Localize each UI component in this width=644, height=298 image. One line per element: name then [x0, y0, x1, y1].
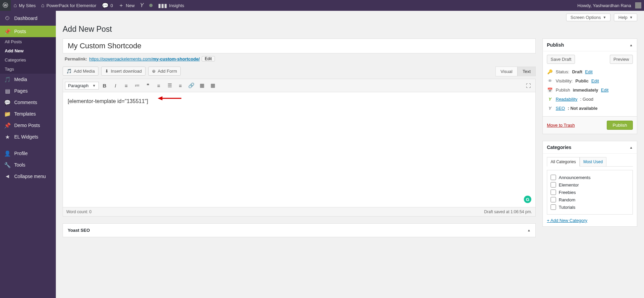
permalink-link[interactable]: https://powerpackelements.com/my-custom-… — [89, 56, 200, 61]
label: Visibility: — [556, 78, 573, 83]
insights[interactable]: ▮▮▮Insights — [155, 0, 187, 11]
yoast-indicator[interactable]: Y — [137, 0, 147, 11]
new-content[interactable]: ＋New — [116, 0, 137, 11]
category-checkbox[interactable] — [551, 197, 556, 202]
media-buttons-row: 🎵Add Media ⬇Insert download ⊕Add Form Vi… — [63, 66, 536, 76]
label: Media — [14, 77, 27, 82]
download-icon: ⬇ — [105, 69, 109, 74]
value: : Good — [580, 97, 593, 102]
yoast-icon: Y — [547, 97, 553, 102]
category-list: Announcements Elementor Freebies Random … — [547, 170, 633, 215]
category-checkbox[interactable] — [551, 190, 556, 195]
categories-header[interactable]: Categories▲ — [543, 141, 637, 154]
site-name[interactable]: ⌂PowerPack for Elementor — [39, 0, 99, 11]
category-item[interactable]: Tutorials — [551, 203, 629, 211]
menu-templates[interactable]: 📁Templates — [0, 108, 56, 120]
schedule-row: 📅Publish immediately Edit — [547, 85, 633, 95]
yoast-header[interactable]: Yoast SEO ▲ — [63, 224, 535, 237]
word-count: Word count: 0 — [66, 209, 92, 214]
dashboard-icon: ⏲ — [4, 15, 11, 21]
edit-schedule-link[interactable]: Edit — [601, 88, 608, 93]
seo-link[interactable]: SEO — [556, 106, 565, 111]
add-media-button[interactable]: 🎵Add Media — [63, 67, 98, 76]
fullscreen-button[interactable]: ⛶ — [523, 80, 533, 91]
label: Demo Posts — [14, 123, 40, 128]
post-title-input[interactable] — [63, 39, 535, 53]
edit-visibility-link[interactable]: Edit — [591, 78, 599, 83]
category-checkbox[interactable] — [551, 175, 556, 180]
new-label: New — [126, 3, 135, 8]
bullet-list-button[interactable]: ≡ — [121, 80, 131, 91]
sub-categories[interactable]: Categories — [0, 55, 56, 65]
number-list-button[interactable]: ≔ — [132, 80, 142, 91]
comments-count: 0 — [111, 3, 113, 8]
key-icon: 🔑 — [547, 69, 553, 74]
permalink-slug: my-custom-shortcode/ — [152, 56, 200, 61]
status-dot[interactable] — [147, 0, 155, 11]
eye-icon: 👁 — [547, 78, 553, 83]
menu-demo-posts[interactable]: 📌Demo Posts — [0, 120, 56, 131]
edit-slug-button[interactable]: Edit — [202, 56, 215, 61]
publish-header[interactable]: Publish▲ — [543, 39, 637, 51]
editor-content[interactable]: [elementor-template id="135511"] G — [63, 92, 535, 207]
readmore-button[interactable]: ▦ — [197, 80, 207, 91]
menu-comments[interactable]: 💬Comments — [0, 97, 56, 108]
format-select[interactable]: Paragraph▼ — [65, 82, 99, 90]
permalink-row: Permalink: https://powerpackelements.com… — [63, 55, 536, 66]
menu-dashboard[interactable]: ⏲Dashboard — [0, 11, 56, 26]
wordpress-icon: ⓦ — [3, 2, 8, 9]
tab-all-categories[interactable]: All Categories — [547, 157, 580, 167]
insert-download-button[interactable]: ⬇Insert download — [101, 67, 146, 76]
align-center-button[interactable]: ☰ — [164, 80, 175, 91]
menu-collapse[interactable]: ◄Collapse menu — [0, 171, 56, 182]
category-checkbox[interactable] — [551, 204, 556, 210]
toolbar-toggle-button[interactable]: ▦ — [208, 80, 218, 91]
label: Freebies — [559, 190, 576, 195]
readability-link[interactable]: Readability — [556, 97, 577, 102]
title-wrap — [63, 39, 536, 53]
my-sites[interactable]: ⌂My Sites — [11, 0, 39, 11]
sub-add-new[interactable]: Add New — [0, 46, 56, 55]
seo-row: YSEO: Not available — [547, 104, 633, 113]
screen-options-button[interactable]: Screen Options▼ — [566, 14, 611, 21]
help-button[interactable]: Help▼ — [614, 14, 637, 21]
move-to-trash-link[interactable]: Move to Trash — [547, 123, 575, 128]
menu-posts[interactable]: 📌Posts — [0, 26, 56, 37]
menu-profile[interactable]: 👤Profile — [0, 148, 56, 159]
bold-button[interactable]: B — [99, 80, 110, 91]
link-button[interactable]: 🔗 — [186, 80, 196, 91]
tab-visual[interactable]: Visual — [495, 67, 517, 76]
category-tabs: All Categories Most Used — [547, 157, 633, 167]
edit-status-link[interactable]: Edit — [585, 69, 593, 74]
category-item[interactable]: Announcements — [551, 174, 629, 181]
category-checkbox[interactable] — [551, 182, 556, 188]
menu-tools[interactable]: 🔧Tools — [0, 159, 56, 171]
grammarly-icon[interactable]: G — [524, 196, 531, 203]
my-account[interactable]: Howdy, Yashwardhan Rana — [575, 0, 644, 11]
align-left-button[interactable]: ≡ — [154, 80, 164, 91]
menu-media[interactable]: 🎵Media — [0, 74, 56, 85]
publish-box: Publish▲ Save Draft Preview 🔑Status: Dra… — [542, 39, 637, 134]
save-draft-button[interactable]: Save Draft — [547, 55, 575, 64]
tab-text[interactable]: Text — [517, 67, 536, 76]
add-form-button[interactable]: ⊕Add Form — [148, 67, 181, 76]
plus-icon: ＋ — [118, 2, 124, 9]
comments-bubble[interactable]: 💬0 — [99, 0, 116, 11]
category-item[interactable]: Freebies — [551, 189, 629, 196]
sub-tags[interactable]: Tags — [0, 65, 56, 74]
menu-el-widgets[interactable]: ★EL Widgets — [0, 131, 56, 143]
menu-pages[interactable]: ▤Pages — [0, 85, 56, 97]
star-icon: ★ — [4, 134, 11, 140]
category-item[interactable]: Random — [551, 196, 629, 203]
preview-button[interactable]: Preview — [610, 55, 633, 64]
sub-all-posts[interactable]: All Posts — [0, 37, 56, 46]
add-category-link[interactable]: + Add New Category — [547, 218, 587, 223]
tab-most-used[interactable]: Most Used — [580, 157, 606, 167]
publish-button[interactable]: Publish — [607, 121, 633, 130]
italic-button[interactable]: I — [110, 80, 120, 91]
wp-logo[interactable]: ⓦ — [0, 0, 11, 11]
quote-button[interactable]: ❝ — [143, 80, 153, 91]
category-item[interactable]: Elementor — [551, 181, 629, 189]
align-right-button[interactable]: ≡ — [175, 80, 185, 91]
readability-row: YReadability: Good — [547, 95, 633, 104]
